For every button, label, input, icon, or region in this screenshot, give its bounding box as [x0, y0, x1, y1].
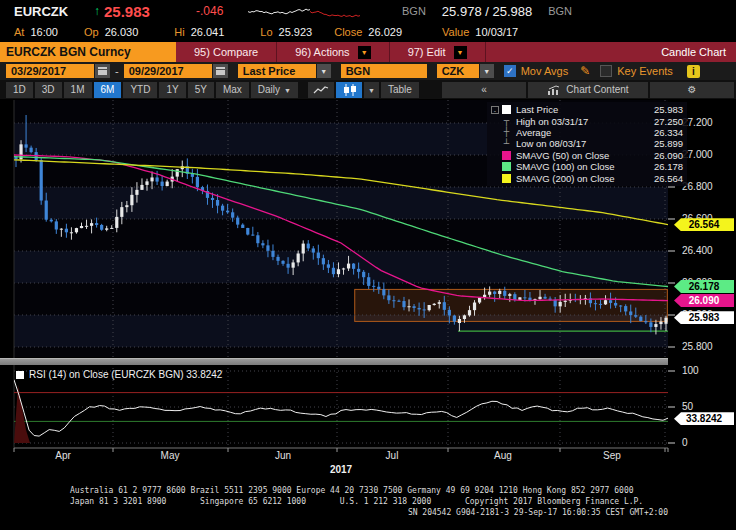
period-label: Daily: [258, 84, 280, 95]
rsi-marker-icon: [16, 371, 24, 379]
low-marker-icon: ┴: [502, 139, 511, 148]
chevron-down-icon[interactable]: ▼: [480, 64, 494, 78]
range-max-button[interactable]: Max: [216, 82, 249, 98]
chart-content-button[interactable]: Chart Content: [528, 82, 648, 98]
legend-label: High on 03/31/17: [516, 116, 641, 127]
range-3d-button[interactable]: 3D: [35, 82, 62, 98]
pane-splitter-handle[interactable]: [0, 358, 668, 365]
stat-value: 16:00: [30, 26, 58, 38]
legend-value: 27.250: [641, 116, 683, 127]
stat-value: 26.029: [368, 26, 402, 38]
range-6m-button[interactable]: 6M: [94, 82, 122, 98]
chart-toolbar: 1D 3D 1M 6M YTD 1Y 5Y Max Daily▼ ▼ Table…: [0, 80, 736, 99]
chart-area[interactable]: 27.20027.00026.80026.60026.40026.20026.0…: [0, 99, 736, 478]
legend-label: Low on 08/03/17: [516, 138, 641, 149]
range-ytd-button[interactable]: YTD: [123, 82, 157, 98]
rsi-legend-label: RSI (14) on Close (EURCZK BGN) 33.8242: [29, 369, 222, 380]
price-axis-badge: 26.178: [674, 280, 734, 293]
table-button[interactable]: Table: [381, 82, 419, 98]
security-input[interactable]: EURCZK BGN Curncy: [0, 42, 176, 62]
price-tick-label: 25.800: [682, 341, 713, 352]
price-tick-label: 26.400: [682, 245, 713, 256]
legend-value: 26.090: [641, 150, 683, 161]
pencil-icon[interactable]: ✎: [580, 64, 590, 78]
footer: Australia 61 2 9777 8600 Brazil 5511 239…: [0, 483, 736, 530]
legend-row: -Last Price25.983: [491, 104, 683, 115]
stat-key: Close: [334, 26, 362, 38]
legend-label: SMAVG (200) on Close: [516, 173, 641, 184]
rsi-legend: RSI (14) on Close (EURCZK BGN) 33.8242: [16, 369, 222, 380]
candle-chart-icon[interactable]: [336, 82, 362, 98]
range-1d-button[interactable]: 1D: [6, 82, 33, 98]
date-from-input[interactable]: 03/29/2017: [6, 64, 94, 78]
bloomberg-terminal-window: EURCZK ↑ 25.983 -.046 BGN 25.978 / 25.98…: [0, 0, 736, 530]
menu-compare-label: 95) Compare: [194, 46, 258, 58]
stats-bar: At16:00 Op26.030 Hi26.041 Lo25.923 Close…: [0, 22, 736, 42]
stat-value: 26.030: [105, 26, 139, 38]
price-axis-badge: 26.090: [674, 294, 734, 307]
price-axis-badge: 25.983: [674, 311, 734, 324]
last-price: 25.983: [104, 3, 196, 20]
legend-row: SMAVG (200) on Close26.564: [491, 172, 683, 183]
footer-line: Japan 81 3 3201 8900 Singapore 65 6212 1…: [70, 497, 643, 506]
calendar-icon[interactable]: [95, 64, 110, 78]
legend-value: 26.178: [641, 161, 683, 172]
stat-key: Value: [442, 26, 469, 38]
ticker-symbol: EURCZK: [14, 4, 94, 19]
stat-key: Op: [84, 26, 99, 38]
collapse-panel-button[interactable]: «: [442, 82, 526, 98]
bid-source-label: BGN: [402, 5, 426, 17]
gear-icon[interactable]: ⚙: [650, 82, 734, 98]
month-axis-label: Aug: [494, 450, 512, 461]
up-arrow-icon: ↑: [94, 4, 100, 18]
date-range-dash: -: [115, 65, 119, 77]
currency-select[interactable]: CZK: [437, 64, 479, 78]
legend-marker-icon: [502, 151, 511, 160]
chevron-down-icon[interactable]: ▼: [454, 46, 467, 59]
expander-icon[interactable]: -: [491, 106, 499, 114]
legend-label: Last Price: [516, 104, 641, 115]
chart-type-dropdown[interactable]: ▼: [364, 82, 379, 98]
intraday-sparkline-icon: [248, 3, 362, 19]
price-field-select[interactable]: Last Price: [238, 64, 316, 78]
high-marker-icon: ┬: [502, 117, 511, 126]
key-events-label[interactable]: Key Events: [617, 65, 673, 77]
legend-row: ┴Low on 08/03/1725.899: [491, 138, 683, 149]
chevron-down-icon[interactable]: ▼: [358, 46, 371, 59]
range-1y-button[interactable]: 1Y: [159, 82, 185, 98]
line-chart-icon[interactable]: [308, 82, 334, 98]
range-5y-button[interactable]: 5Y: [188, 82, 214, 98]
legend-label: Average: [516, 127, 641, 138]
mov-avgs-label[interactable]: Mov Avgs: [521, 65, 569, 77]
menu-edit-label: 97) Edit: [408, 46, 446, 58]
range-1m-button[interactable]: 1M: [64, 82, 92, 98]
date-to-input[interactable]: 09/29/2017: [124, 64, 212, 78]
calendar-icon[interactable]: [213, 64, 228, 78]
legend-marker-icon: [502, 105, 511, 114]
controls-bar: 03/29/2017 - 09/29/2017 Last Price ▼ BGN…: [0, 62, 736, 80]
bid-ask-price: 25.978 / 25.988: [442, 4, 532, 19]
month-axis-label: Jul: [386, 450, 399, 461]
quote-bar: EURCZK ↑ 25.983 -.046 BGN 25.978 / 25.98…: [0, 0, 736, 22]
chart-legend[interactable]: -Last Price25.983 ┬High on 03/31/1727.25…: [487, 102, 687, 186]
menu-bar: EURCZK BGN Curncy 95) Compare 96) Action…: [0, 42, 736, 62]
info-icon[interactable]: i: [687, 65, 700, 78]
rsi-axis-badge: 33.8242: [674, 412, 734, 425]
average-marker-icon: ┼: [502, 128, 511, 137]
chart-type-title: Candle Chart: [661, 42, 736, 62]
menu-edit[interactable]: 97) Edit▼: [390, 42, 486, 62]
menu-compare[interactable]: 95) Compare: [176, 42, 277, 62]
chevron-down-icon[interactable]: ▼: [317, 64, 331, 78]
month-axis-label: May: [161, 450, 180, 461]
stat-key: Lo: [260, 26, 272, 38]
key-events-checkbox[interactable]: [600, 65, 612, 77]
menu-actions[interactable]: 96) Actions▼: [277, 42, 389, 62]
mov-avgs-checkbox[interactable]: ✓: [504, 65, 516, 77]
stat-value: 25.923: [279, 26, 313, 38]
legend-label: SMAVG (100) on Close: [516, 161, 641, 172]
stat-key: Hi: [174, 26, 184, 38]
period-select[interactable]: Daily▼: [251, 82, 298, 98]
legend-row: ┼Average26.334: [491, 127, 683, 138]
pricing-source-input[interactable]: BGN: [341, 64, 427, 78]
stat-key: At: [14, 26, 24, 38]
